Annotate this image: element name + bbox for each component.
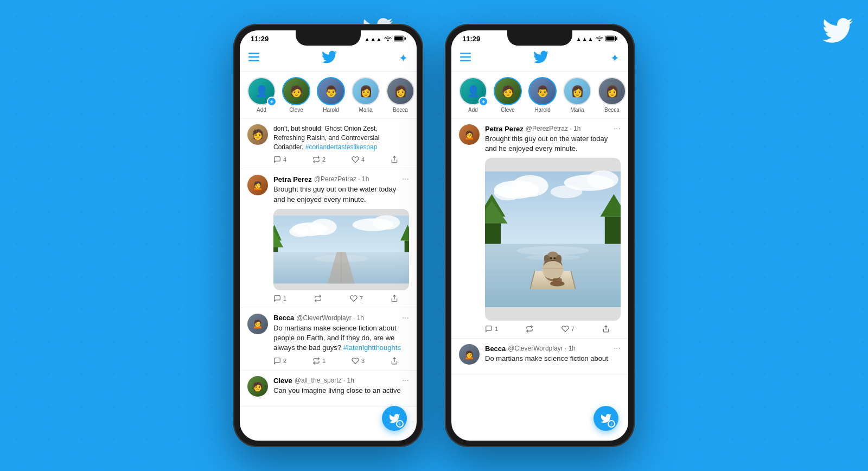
battery-icon-right — [605, 35, 617, 43]
story-becca-left[interactable]: 👩 Becca — [386, 77, 414, 113]
status-icons-left: ▲▲▲ — [364, 35, 406, 43]
tweet-petra-more-right[interactable]: ··· — [614, 124, 621, 133]
svg-rect-5 — [248, 60, 259, 61]
tweet-cleve-name-left: Cleve — [273, 377, 292, 385]
add-story-btn-left[interactable]: + — [267, 97, 277, 106]
battery-icon — [394, 35, 406, 43]
signal-icon: ▲▲▲ — [364, 36, 382, 42]
feed-left: 🧑 don't, but should: Ghost Onion Zest, R… — [240, 119, 417, 441]
signal-icon-right: ▲▲▲ — [576, 36, 593, 42]
svg-point-32 — [587, 171, 618, 189]
story-cleve-left[interactable]: 🧑 Cleve — [282, 77, 310, 113]
status-bar-right: 11:29 ▲▲▲ — [451, 30, 628, 45]
tweet-petra-text-right: Brought this guy out on the water today … — [485, 134, 621, 154]
stories-row-right: 👤 + Add 🧑 Cleve — [451, 72, 628, 119]
tweet-petra-image-left — [273, 209, 409, 290]
svg-rect-22 — [606, 36, 614, 40]
wifi-icon-right — [596, 35, 603, 43]
svg-point-11 — [373, 215, 400, 230]
story-harold-left[interactable]: 👨 Harold — [317, 77, 345, 113]
tweet-becca-left: 🙍 Becca @CleverWordplayr · 1h ··· Do mar… — [240, 308, 417, 371]
feed-right: 🙍 Petra Perez @PerezPetraz · 1h ··· Brou… — [451, 119, 628, 441]
story-add-left[interactable]: 👤 + Add — [247, 77, 276, 113]
share-action[interactable] — [391, 156, 398, 163]
svg-point-53 — [542, 261, 564, 279]
twitter-bird-right — [822, 15, 853, 52]
tweet-petra-left: 🙍 Petra Perez @PerezPetraz · 1h ··· Brou… — [240, 169, 417, 308]
tweet-petra-handle-right: @PerezPetraz · 1h — [526, 125, 581, 132]
hamburger-icon-right[interactable] — [460, 53, 471, 63]
story-maria-left[interactable]: 👩 Maria — [352, 77, 380, 113]
svg-rect-1 — [394, 36, 403, 40]
svg-point-9 — [289, 226, 312, 237]
tweet-becca-handle-right: @CleverWordplayr · 1h — [508, 345, 576, 352]
svg-point-30 — [494, 186, 521, 201]
partial-tweet-left: 🧑 don't, but should: Ghost Onion Zest, R… — [240, 119, 417, 169]
top-nav-left: ✦ — [240, 45, 417, 72]
svg-rect-26 — [460, 60, 471, 62]
retweet-petra-right[interactable] — [526, 325, 533, 333]
svg-point-8 — [310, 219, 337, 235]
fab-left[interactable]: + — [382, 406, 407, 431]
svg-rect-3 — [248, 53, 259, 54]
retweet-action[interactable]: 2 — [312, 156, 326, 163]
tweet-becca-handle-left: @CleverWordplayr · 1h — [296, 314, 364, 322]
tweet-cleve-handle-left: @all_the_sportz · 1h — [295, 377, 354, 384]
svg-rect-23 — [616, 37, 617, 39]
tweet-becca-more-left[interactable]: ··· — [402, 314, 409, 322]
phone-left: 11:29 ▲▲▲ ✦ — [233, 24, 423, 447]
share-petra-right[interactable] — [602, 325, 610, 333]
tweet-becca-text-left: Do martians make science fiction about p… — [273, 323, 409, 353]
tweet-petra-text-left: Brought this guy out on the water today … — [273, 184, 409, 204]
reply-action[interactable]: 4 — [273, 156, 286, 163]
svg-point-51 — [553, 257, 556, 259]
phone-right: 11:29 ▲▲▲ ✦ — [445, 24, 635, 447]
partial-tweet-text: don't, but should: Ghost Onion Zest, Ref… — [273, 124, 409, 151]
status-icons-right: ▲▲▲ — [576, 35, 617, 43]
add-story-btn-right[interactable]: + — [478, 97, 488, 106]
sparkle-icon-right[interactable]: ✦ — [610, 52, 620, 65]
tweet-cleve-text-left: Can you imagine living close to an activ… — [273, 386, 409, 396]
twitter-logo-left — [322, 49, 337, 67]
stories-row-left: 👤 + Add 🧑 Cleve — [240, 72, 417, 119]
status-time-right: 11:29 — [462, 35, 480, 43]
tweet-petra-large-image — [485, 158, 621, 321]
story-becca-right[interactable]: 👩 Becca — [598, 77, 626, 113]
svg-rect-25 — [460, 56, 471, 58]
story-cleve-right[interactable]: 🧑 Cleve — [494, 77, 522, 113]
wifi-icon — [384, 35, 392, 43]
svg-point-50 — [550, 257, 552, 259]
svg-rect-4 — [248, 56, 259, 58]
fab-right[interactable]: + — [593, 406, 618, 431]
retweet-petra-left[interactable] — [314, 295, 322, 302]
tweet-petra-handle-left: @PerezPetraz · 1h — [314, 175, 369, 183]
svg-rect-2 — [404, 37, 406, 39]
tweet-becca-name-left: Becca — [273, 314, 294, 322]
story-harold-right[interactable]: 👨 Harold — [528, 77, 557, 113]
like-petra-right[interactable]: 7 — [561, 325, 575, 333]
svg-rect-24 — [460, 53, 471, 54]
tweet-becca-right: 🙍 Becca @CleverWordplayr · 1h ··· Do mar… — [451, 339, 628, 374]
status-time-left: 11:29 — [251, 35, 269, 43]
tweet-cleve-left: 🧑 Cleve @all_the_sportz · 1h ··· Can you… — [240, 371, 417, 406]
sparkle-icon-left[interactable]: ✦ — [399, 52, 408, 65]
tweet-becca-name-right: Becca — [485, 345, 506, 353]
svg-point-33 — [551, 186, 582, 198]
twitter-logo-right — [533, 49, 548, 67]
story-add-right[interactable]: 👤 + Add — [459, 77, 487, 113]
share-petra-left[interactable] — [391, 295, 398, 302]
tweet-petra-name-left: Petra Perez — [273, 175, 312, 183]
tweet-petra-right: 🙍 Petra Perez @PerezPetraz · 1h ··· Brou… — [451, 119, 628, 339]
tweet-petra-more-left[interactable]: ··· — [402, 175, 409, 183]
status-bar-left: 11:29 ▲▲▲ — [240, 30, 417, 45]
like-action[interactable]: 4 — [352, 156, 365, 163]
reply-petra-right[interactable]: 1 — [485, 325, 498, 333]
tweet-becca-text-right: Do martians make science fiction about — [485, 354, 621, 364]
like-petra-left[interactable]: 7 — [350, 295, 363, 302]
tweet-petra-name-right: Petra Perez — [485, 125, 524, 133]
hamburger-icon-left[interactable] — [248, 53, 259, 64]
svg-rect-56 — [553, 278, 562, 285]
reply-petra-left[interactable]: 1 — [273, 295, 286, 302]
top-nav-right: ✦ — [451, 45, 628, 72]
story-maria-right[interactable]: 👩 Maria — [563, 77, 591, 113]
